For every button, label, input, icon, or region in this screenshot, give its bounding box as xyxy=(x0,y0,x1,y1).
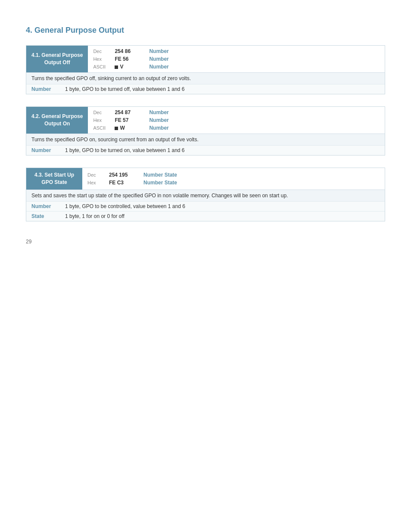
code-value-2-2: FE 57 xyxy=(115,117,149,123)
param-desc-3-2: 1 byte, 1 for on or 0 for off xyxy=(65,213,125,219)
code-row-2-1: Dec254 87Number xyxy=(88,109,385,116)
command-name-2: 4.2. General PurposeOutput On xyxy=(26,107,88,134)
code-params-2-3: Number xyxy=(149,125,380,131)
code-type-2-3: ASCII xyxy=(93,125,115,131)
code-value-1-1: 254 86 xyxy=(115,48,149,54)
code-row-3-1: Dec254 195Number State xyxy=(82,171,385,179)
code-type-2-2: Hex xyxy=(93,118,115,123)
code-row-2-2: HexFE 57Number xyxy=(88,116,385,124)
param-desc-1-1: 1 byte, GPO to be turned off, value betw… xyxy=(65,86,184,92)
param-label-3-1: Number xyxy=(31,203,62,209)
param-row-3-1: Number1 byte, GPO to be controlled, valu… xyxy=(26,201,385,211)
code-type-3-1: Dec xyxy=(87,172,109,177)
param-desc-2-1: 1 byte, GPO to be turned on, value betwe… xyxy=(65,147,185,153)
command-name-3: 4.3. Set Start UpGPO State xyxy=(26,168,82,190)
param-label-2-1: Number xyxy=(31,147,62,153)
param-row-3-2: State1 byte, 1 for on or 0 for off xyxy=(26,211,385,221)
code-type-1-2: Hex xyxy=(93,56,115,62)
param-label-3-2: State xyxy=(31,213,62,219)
code-row-1-1: Dec254 86Number xyxy=(88,47,385,55)
command-block-2: 4.2. General PurposeOutput OnDec254 87Nu… xyxy=(26,106,385,156)
command-block-3: 4.3. Set Start UpGPO StateDec254 195Numb… xyxy=(26,168,385,221)
param-label-1-1: Number xyxy=(31,86,62,92)
code-value-1-3: V xyxy=(115,64,149,70)
code-type-3-2: Hex xyxy=(87,180,109,185)
code-value-3-2: FE C3 xyxy=(109,180,143,186)
description-3: Sets and saves the start up state of the… xyxy=(26,190,385,201)
code-type-2-1: Dec xyxy=(93,110,115,115)
param-row-1-1: Number1 byte, GPO to be turned off, valu… xyxy=(26,84,385,94)
page-number: 29 xyxy=(26,239,385,245)
code-type-1-3: ASCII xyxy=(93,64,115,69)
code-params-2-2: Number xyxy=(149,117,380,123)
code-row-1-2: HexFE 56Number xyxy=(88,55,385,63)
square-icon xyxy=(115,65,118,69)
param-row-2-1: Number1 byte, GPO to be turned on, value… xyxy=(26,145,385,155)
code-params-1-1: Number xyxy=(149,48,380,54)
description-1: Turns the specified GPO off, sinking cur… xyxy=(26,72,385,84)
code-params-1-3: Number xyxy=(149,64,380,70)
code-type-1-1: Dec xyxy=(93,49,115,54)
code-row-3-2: HexFE C3Number State xyxy=(82,179,385,187)
code-row-2-3: ASCIIWNumber xyxy=(88,124,385,132)
command-name-1: 4.1. General PurposeOutput Off xyxy=(26,46,88,72)
square-icon xyxy=(115,127,118,130)
code-params-3-2: Number State xyxy=(143,180,380,186)
code-params-2-1: Number xyxy=(149,109,380,115)
code-params-1-2: Number xyxy=(149,56,380,62)
code-value-1-2: FE 56 xyxy=(115,56,149,62)
description-2: Turns the specified GPO on, sourcing cur… xyxy=(26,134,385,145)
command-block-1: 4.1. General PurposeOutput OffDec254 86N… xyxy=(26,45,385,94)
code-value-2-1: 254 87 xyxy=(115,109,149,115)
code-params-3-1: Number State xyxy=(143,172,380,178)
param-desc-3-1: 1 byte, GPO to be controlled, value betw… xyxy=(65,203,185,209)
code-value-3-1: 254 195 xyxy=(109,172,143,178)
page-title: 4. General Purpose Output xyxy=(26,26,385,35)
code-row-1-3: ASCIIVNumber xyxy=(88,63,385,71)
code-value-2-3: W xyxy=(115,125,149,131)
